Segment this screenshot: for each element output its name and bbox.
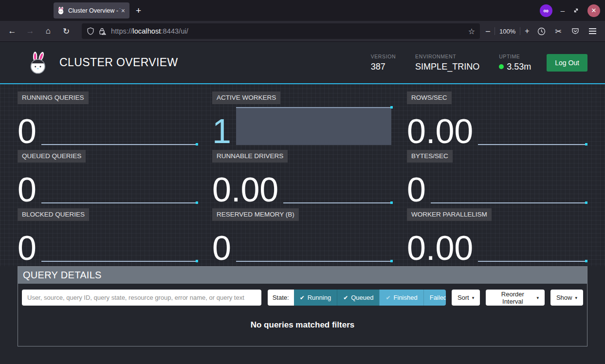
metric-rows-sec: ROWS/SEC 0.00: [407, 91, 587, 145]
stat-uptime: UPTIME 3.53m: [499, 54, 531, 72]
browser-navbar: ← → ⌂ ↻ https://localhost:8443/ui/ ☆ – 1…: [0, 21, 605, 42]
state-filter-queued[interactable]: ✔ Queued: [337, 290, 379, 306]
uptime-status-dot: [499, 64, 504, 69]
sparkline: [41, 107, 198, 145]
chevron-down-icon: ▾: [536, 295, 539, 300]
show-dropdown[interactable]: Show▾: [550, 290, 583, 306]
pocket-icon[interactable]: [571, 27, 579, 35]
stat-version: VERSION 387: [371, 54, 396, 72]
state-filter-label: State:: [268, 290, 294, 306]
sparkline: [41, 165, 198, 203]
metric-active-workers: ACTIVE WORKERS 1: [212, 91, 393, 145]
reorder-interval-dropdown[interactable]: Reorder Interval▾: [486, 290, 545, 306]
sparkline: [478, 224, 587, 262]
trino-bunny-logo: [27, 51, 50, 74]
sparkline: [478, 107, 587, 145]
query-filter-toolbar: State: ✔ Running ✔ Queued ✔ Finished Fai…: [22, 290, 583, 306]
state-filter-failed-dropdown[interactable]: Failed ▾: [423, 290, 446, 306]
page-title: CLUSTER OVERVIEW: [59, 56, 178, 69]
url-text[interactable]: https://localhost:8443/ui/: [111, 27, 188, 35]
window-close-button[interactable]: ✕: [587, 4, 600, 17]
app-header: CLUSTER OVERVIEW VERSION 387 ENVIRONMENT…: [0, 42, 605, 84]
menu-hamburger-icon[interactable]: [589, 28, 596, 34]
tab-title: Cluster Overview - Trino: [68, 7, 120, 14]
metric-queued-queries: QUEUED QUERIES 0: [18, 150, 198, 203]
bookmark-star-icon[interactable]: ☆: [468, 27, 475, 36]
stat-environment: ENVIRONMENT SIMPLE_TRINO: [415, 54, 479, 72]
browser-titlebar: Cluster Overview - Trino × + ∞ – ✕: [0, 0, 605, 21]
query-details-panel: QUERY DETAILS State: ✔ Running ✔ Queued …: [18, 266, 587, 346]
browser-tab[interactable]: Cluster Overview - Trino ×: [54, 2, 129, 18]
check-icon: ✔: [385, 294, 390, 301]
state-filter-finished[interactable]: ✔ Finished: [379, 290, 423, 306]
sparkline: [236, 224, 393, 262]
tab-close-icon[interactable]: ×: [120, 7, 126, 15]
cluster-stats: VERSION 387 ENVIRONMENT SIMPLE_TRINO UPT…: [371, 54, 532, 72]
chevron-down-icon: ▾: [575, 295, 577, 300]
metric-reserved-memory: RESERVED MEMORY (B) 0: [212, 208, 393, 262]
sparkline: [236, 107, 393, 145]
lock-warning-icon[interactable]: [98, 27, 107, 35]
back-icon[interactable]: ←: [6, 26, 18, 36]
zoom-in-button[interactable]: +: [525, 27, 529, 36]
check-icon: ✔: [300, 294, 305, 301]
metric-worker-parallelism: WORKER PARALLELISM 0.00: [407, 208, 587, 262]
check-icon: ✔: [343, 294, 348, 301]
trino-favicon: [57, 7, 65, 15]
sparkline: [41, 224, 198, 262]
query-search-input[interactable]: [22, 290, 261, 306]
sparkline: [431, 165, 587, 203]
new-tab-button[interactable]: +: [136, 5, 141, 16]
state-filter-group: State: ✔ Running ✔ Queued ✔ Finished Fai…: [268, 290, 446, 306]
sparkline: [283, 165, 393, 203]
reload-icon[interactable]: ↻: [60, 26, 73, 36]
zoom-level[interactable]: 100%: [499, 28, 515, 35]
forward-icon[interactable]: →: [24, 26, 37, 36]
sort-dropdown[interactable]: Sort▾: [452, 290, 480, 306]
shield-icon[interactable]: [87, 27, 94, 35]
history-clock-icon[interactable]: [537, 27, 546, 36]
query-details-title: QUERY DETAILS: [18, 267, 587, 284]
no-queries-message: No queries matched filters: [22, 320, 583, 330]
logout-button[interactable]: Log Out: [547, 54, 587, 72]
window-maximize-button[interactable]: [573, 7, 579, 14]
metrics-dashboard: RUNNING QUERIES 0 ACTIVE WORKERS 1 ROWS/…: [0, 84, 605, 266]
screenshot-scissors-icon[interactable]: ✂: [555, 27, 562, 36]
window-minimize-button[interactable]: –: [561, 6, 565, 15]
metric-runnable-drivers: RUNNABLE DRIVERS 0.00: [212, 150, 393, 203]
zoom-controls: – 100% +: [486, 27, 530, 36]
home-icon[interactable]: ⌂: [42, 26, 55, 36]
metric-blocked-queries: BLOCKED QUERIES 0: [18, 208, 198, 262]
url-bar[interactable]: https://localhost:8443/ui/ ☆: [82, 23, 480, 39]
private-browsing-icon: ∞: [540, 4, 552, 17]
state-filter-running[interactable]: ✔ Running: [294, 290, 337, 306]
chevron-down-icon: ▾: [472, 295, 475, 300]
metric-running-queries: RUNNING QUERIES 0: [18, 91, 198, 145]
zoom-out-button[interactable]: –: [486, 27, 490, 36]
metric-bytes-sec: BYTES/SEC 0: [407, 150, 587, 203]
